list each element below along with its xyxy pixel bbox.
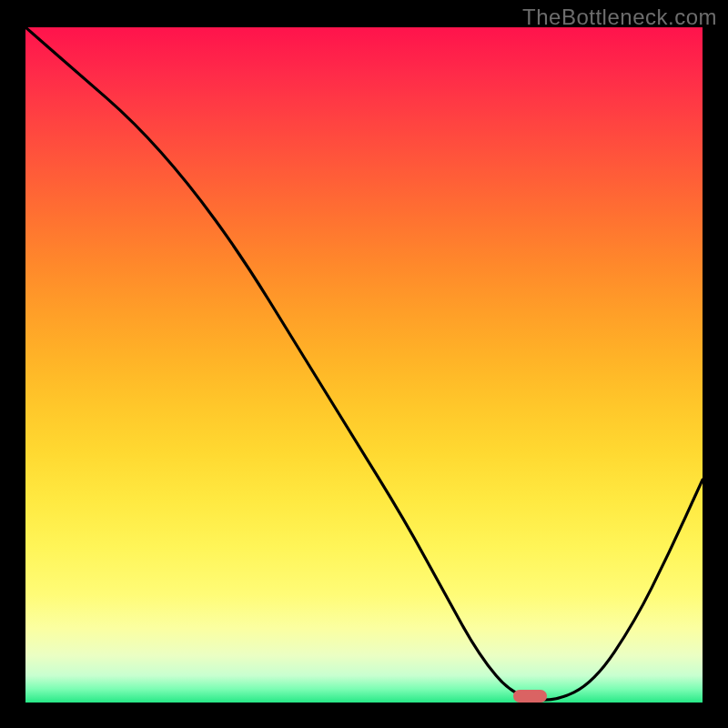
watermark-text: TheBottleneck.com — [522, 5, 717, 30]
chart-plot-area — [25, 27, 703, 703]
chart-line-svg — [25, 27, 703, 703]
chart-marker — [513, 690, 547, 703]
chart-line-path — [25, 27, 703, 700]
